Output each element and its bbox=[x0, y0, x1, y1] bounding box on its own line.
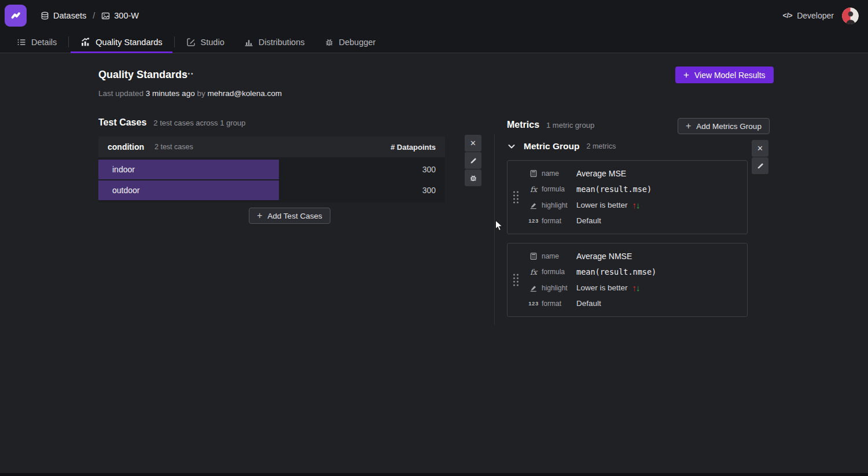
view-model-results-button[interactable]: + View Model Results bbox=[675, 67, 774, 83]
image-icon bbox=[101, 12, 110, 20]
test-cases-actions: ✕ bbox=[465, 135, 481, 186]
group-column-label: condition bbox=[108, 142, 144, 152]
tab-studio-label: Studio bbox=[201, 38, 225, 47]
top-nav: Datasets / 300-W </> Developer bbox=[0, 0, 868, 31]
metric-format-value[interactable]: Default bbox=[576, 299, 601, 308]
number-format-icon: 123 bbox=[529, 300, 538, 307]
test-case-name: indoor bbox=[98, 160, 445, 179]
test-cases-debug-button[interactable] bbox=[465, 169, 481, 186]
close-icon: ✕ bbox=[757, 144, 763, 153]
edit-square-icon bbox=[186, 38, 196, 47]
metric-format-row: 123 format Default bbox=[529, 296, 747, 311]
user-avatar[interactable] bbox=[842, 8, 859, 24]
table-row-outdoor[interactable]: outdoor 300 bbox=[98, 180, 445, 200]
plus-icon: + bbox=[257, 211, 262, 220]
metric-name-value[interactable]: Average MSE bbox=[576, 169, 626, 178]
metric-formula-label: formula bbox=[542, 185, 572, 193]
title-overflow-menu-icon[interactable]: ••• bbox=[183, 68, 196, 79]
metric-format-row: 123 format Default bbox=[529, 213, 747, 228]
last-updated: Last updated 3 minutes ago by mehrad@kol… bbox=[98, 89, 282, 98]
tab-debugger[interactable]: Debugger bbox=[315, 31, 386, 53]
tab-details[interactable]: Details bbox=[7, 31, 67, 53]
kolena-logo-icon[interactable] bbox=[5, 5, 27, 27]
tab-quality-standards-label: Quality Standards bbox=[95, 38, 162, 47]
breadcrumb-dataset-label: 300-W bbox=[114, 11, 139, 20]
last-updated-prefix: Last updated bbox=[98, 89, 144, 98]
breadcrumb-dataset[interactable]: 300-W bbox=[101, 11, 139, 20]
drag-handle-icon[interactable] bbox=[513, 274, 518, 286]
tab-bar: Details Quality Standards Studio bbox=[0, 31, 868, 53]
drag-handle-icon[interactable] bbox=[513, 191, 518, 204]
app-root: Datasets / 300-W </> Developer bbox=[0, 0, 868, 476]
highlighter-icon bbox=[529, 201, 538, 209]
close-icon: ✕ bbox=[470, 139, 476, 147]
group-count-label: 2 test cases bbox=[155, 143, 193, 151]
test-cases-table-body: indoor 300 outdoor 300 bbox=[98, 157, 445, 202]
metric-group-delete-button[interactable]: ✕ bbox=[752, 140, 768, 157]
metric-highlight-value[interactable]: Lower is better bbox=[576, 201, 628, 209]
main-content: Quality Standards ••• Last updated 3 min… bbox=[0, 53, 868, 476]
metric-group-actions: ✕ bbox=[752, 140, 768, 174]
metric-group-title: Metric Group bbox=[524, 141, 579, 152]
fx-icon: fx bbox=[529, 185, 538, 194]
metrics-title: Metrics bbox=[507, 120, 539, 130]
test-cases-subtitle: 2 test cases across 1 group bbox=[153, 119, 245, 127]
metric-formula-row: fx formula mean(result.mse) bbox=[529, 182, 747, 197]
metric-highlight-row: highlight Lower is better ↑↓ bbox=[529, 198, 747, 213]
highlight-arrows: ↑↓ bbox=[632, 283, 640, 293]
plus-icon: + bbox=[683, 70, 689, 80]
page-title: Quality Standards bbox=[98, 69, 187, 81]
arrow-down-icon: ↓ bbox=[636, 200, 640, 210]
breadcrumb-datasets-label: Datasets bbox=[53, 11, 86, 20]
arrow-down-icon: ↓ bbox=[636, 283, 640, 293]
metric-formula-value[interactable]: mean(result.mse) bbox=[576, 185, 652, 194]
add-metrics-group-label: Add Metrics Group bbox=[696, 122, 762, 131]
metric-highlight-label: highlight bbox=[542, 284, 572, 292]
test-cases-table-header: condition 2 test cases # Datapoints bbox=[98, 136, 445, 157]
metric-format-label: format bbox=[542, 300, 572, 308]
mouse-cursor bbox=[495, 220, 503, 232]
metric-name-row: name Average NMSE bbox=[529, 249, 747, 264]
metrics-subtitle: 1 metric group bbox=[546, 121, 594, 130]
pencil-icon bbox=[469, 157, 477, 165]
test-cases-delete-button[interactable]: ✕ bbox=[465, 135, 481, 152]
bug-icon bbox=[469, 174, 477, 182]
view-model-results-label: View Model Results bbox=[694, 71, 766, 80]
test-cases-title: Test Cases bbox=[98, 117, 146, 128]
metric-highlight-value[interactable]: Lower is better bbox=[576, 283, 628, 292]
tab-quality-standards[interactable]: Quality Standards bbox=[71, 31, 172, 53]
breadcrumb-datasets[interactable]: Datasets bbox=[41, 11, 86, 20]
chevron-down-icon[interactable] bbox=[507, 142, 516, 151]
topnav-right: </> Developer bbox=[783, 8, 859, 24]
table-row-indoor[interactable]: indoor 300 bbox=[98, 160, 445, 179]
trend-chart-icon bbox=[80, 37, 90, 47]
metric-highlight-row: highlight Lower is better ↑↓ bbox=[529, 281, 747, 296]
metric-name-value[interactable]: Average NMSE bbox=[576, 252, 632, 261]
metric-name-label: name bbox=[542, 252, 572, 260]
plus-icon: + bbox=[686, 121, 691, 131]
metric-format-value[interactable]: Default bbox=[576, 216, 601, 225]
add-metrics-group-button[interactable]: + Add Metrics Group bbox=[678, 118, 770, 134]
add-test-cases-button[interactable]: + Add Test Cases bbox=[249, 208, 330, 224]
last-updated-time: 3 minutes ago bbox=[146, 89, 195, 98]
test-cases-table: condition 2 test cases # Datapoints indo… bbox=[98, 136, 445, 202]
tab-studio[interactable]: Studio bbox=[176, 31, 234, 53]
calculator-icon bbox=[529, 252, 538, 260]
metric-group-edit-button[interactable] bbox=[752, 157, 768, 174]
bottom-edge bbox=[0, 473, 868, 476]
metric-group-subtitle: 2 metrics bbox=[586, 142, 616, 150]
tab-distributions[interactable]: Distributions bbox=[234, 31, 315, 53]
breadcrumb-separator: / bbox=[93, 11, 95, 20]
add-test-cases-label: Add Test Cases bbox=[267, 212, 322, 220]
tab-details-label: Details bbox=[31, 38, 57, 47]
metrics-header: Metrics 1 metric group bbox=[507, 120, 594, 130]
by-label: by bbox=[197, 89, 205, 98]
database-icon bbox=[41, 12, 49, 20]
metric-group-row: Metric Group 2 metrics bbox=[507, 141, 616, 152]
developer-link[interactable]: </> Developer bbox=[783, 11, 834, 20]
bar-chart-icon bbox=[244, 38, 253, 47]
updated-by-email: mehrad@kolena.com bbox=[207, 89, 282, 98]
metric-formula-value[interactable]: mean(result.nmse) bbox=[576, 267, 656, 276]
metric-formula-row: fx formula mean(result.nmse) bbox=[529, 264, 747, 279]
test-cases-edit-button[interactable] bbox=[465, 152, 481, 169]
